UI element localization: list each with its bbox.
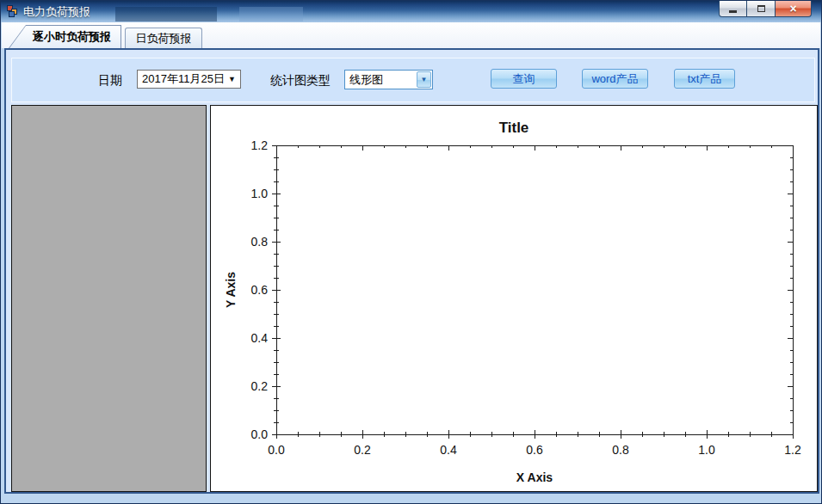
txt-export-button[interactable]: txt产品 bbox=[674, 69, 735, 89]
chart-type-label: 统计图类型 bbox=[270, 73, 331, 89]
svg-text:1.0: 1.0 bbox=[251, 187, 269, 200]
word-export-button[interactable]: word产品 bbox=[582, 69, 648, 89]
svg-text:0.0: 0.0 bbox=[251, 427, 269, 441]
app-window: 电力负荷预报 × 逐小时负荷预报 日负荷预报 日期 bbox=[0, 0, 822, 504]
svg-text:1.2: 1.2 bbox=[251, 138, 269, 152]
date-picker[interactable]: 2017年11月25日 ▼ bbox=[137, 70, 241, 89]
minimize-button[interactable] bbox=[719, 1, 747, 17]
tab-page-hourly: 日期 2017年11月25日 ▼ 统计图类型 线形图 ▼ 查询 word产品 t… bbox=[4, 48, 819, 494]
tab-hourly-forecast[interactable]: 逐小时负荷预报 bbox=[9, 25, 121, 48]
svg-text:0.6: 0.6 bbox=[526, 443, 543, 457]
combo-dropdown-button[interactable]: ▼ bbox=[417, 71, 431, 88]
svg-text:0.8: 0.8 bbox=[251, 235, 269, 249]
svg-text:X Axis: X Axis bbox=[516, 470, 553, 484]
svg-text:0.4: 0.4 bbox=[440, 443, 457, 457]
svg-text:0.6: 0.6 bbox=[251, 283, 269, 297]
chart-type-combobox[interactable]: 线形图 ▼ bbox=[344, 70, 433, 89]
svg-text:0.4: 0.4 bbox=[251, 331, 269, 345]
tab-strip: 逐小时负荷预报 日负荷预报 bbox=[2, 22, 820, 48]
tab-daily-label: 日负荷预报 bbox=[136, 31, 192, 46]
app-icon-square-blue bbox=[9, 11, 15, 17]
chart-panel: 0.00.20.40.60.81.01.20.00.20.40.60.81.01… bbox=[210, 105, 818, 492]
svg-text:0.2: 0.2 bbox=[251, 379, 269, 393]
titlebar-ghost bbox=[115, 7, 217, 22]
maximize-icon bbox=[757, 5, 765, 12]
combo-dropdown-arrow-icon: ▼ bbox=[421, 77, 428, 83]
left-panel bbox=[11, 105, 207, 492]
svg-text:0.0: 0.0 bbox=[268, 443, 285, 457]
svg-text:0.8: 0.8 bbox=[612, 443, 629, 457]
svg-text:1.0: 1.0 bbox=[698, 443, 715, 457]
svg-text:Title: Title bbox=[499, 120, 529, 136]
minimize-icon bbox=[729, 10, 737, 13]
maximize-button[interactable] bbox=[747, 1, 775, 17]
svg-text:1.2: 1.2 bbox=[784, 443, 801, 457]
svg-text:0.2: 0.2 bbox=[354, 443, 371, 457]
tab-hourly-label: 逐小时负荷预报 bbox=[33, 29, 111, 45]
window-controls: × bbox=[719, 1, 812, 17]
app-icon bbox=[7, 5, 20, 18]
chart-type-value: 线形图 bbox=[349, 72, 383, 88]
close-button[interactable]: × bbox=[775, 1, 812, 17]
date-dropdown-arrow-icon: ▼ bbox=[228, 75, 236, 83]
svg-text:Y Axis: Y Axis bbox=[224, 272, 238, 308]
window-title: 电力负荷预报 bbox=[23, 4, 90, 20]
window-titlebar[interactable]: 电力负荷预报 × bbox=[1, 1, 821, 22]
toolbar-panel: 日期 2017年11月25日 ▼ 统计图类型 线形图 ▼ 查询 word产品 t… bbox=[11, 58, 815, 102]
titlebar-ghost bbox=[239, 7, 303, 22]
date-label: 日期 bbox=[98, 73, 122, 89]
chart-canvas: 0.00.20.40.60.81.01.20.00.20.40.60.81.01… bbox=[211, 106, 817, 491]
close-icon: × bbox=[789, 3, 796, 15]
query-button[interactable]: 查询 bbox=[491, 69, 557, 89]
tab-daily-forecast[interactable]: 日负荷预报 bbox=[125, 28, 202, 48]
date-picker-value: 2017年11月25日 bbox=[142, 71, 225, 87]
